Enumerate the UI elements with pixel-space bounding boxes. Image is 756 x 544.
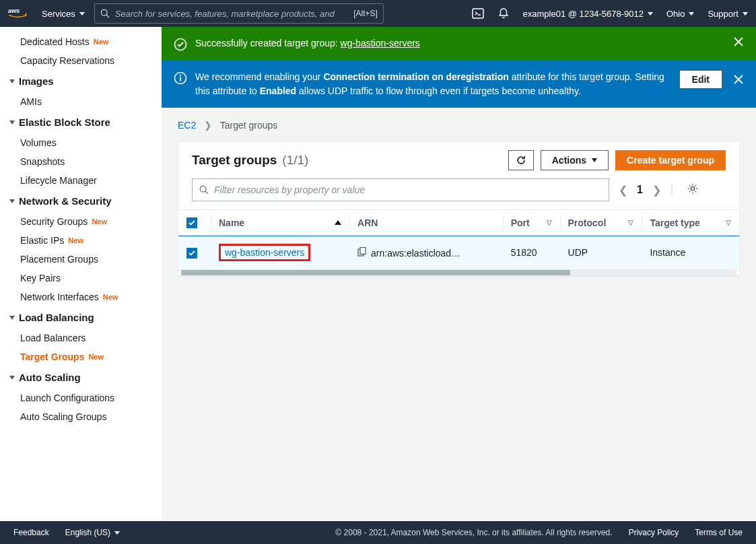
section-images[interactable]: Images [0, 70, 162, 92]
feedback-link[interactable]: Feedback [13, 528, 49, 537]
support-menu[interactable]: Support [708, 9, 748, 19]
nav-target-groups[interactable]: Target GroupsNew [0, 347, 162, 366]
nav-network-interfaces[interactable]: Network InterfacesNew [0, 287, 162, 306]
support-label: Support [708, 9, 738, 19]
account-menu[interactable]: example01 @ 1234-5678-9012 [523, 9, 653, 19]
search-input[interactable] [115, 9, 348, 19]
nav-label: Launch Configurations [20, 393, 114, 403]
col-label: Target type [650, 217, 699, 228]
new-badge: New [88, 353, 104, 361]
breadcrumb-current: Target groups [220, 120, 278, 131]
section-network-security[interactable]: Network & Security [0, 190, 162, 212]
nav-volumes[interactable]: Volumes [0, 133, 162, 152]
filter-input[interactable] [214, 184, 602, 195]
svg-text:aws: aws [8, 7, 20, 14]
nav-dedicated-hosts[interactable]: Dedicated HostsNew [0, 32, 162, 51]
services-menu[interactable]: Services [42, 9, 85, 19]
new-badge: New [103, 293, 118, 301]
cell-target-type: Instance [642, 236, 739, 270]
footer: Feedback English (US) © 2008 - 2021, Ama… [0, 521, 756, 544]
sidebar: Dedicated HostsNew Capacity Reservations… [0, 27, 162, 521]
topbar: aws Services [Alt+S] example01 @ 1234-56… [0, 0, 756, 27]
target-groups-table: Name ARN Port▽ Protocol▽ Target type▽ wg… [178, 209, 739, 270]
pagination: ❮ 1 ❯ | [619, 182, 699, 197]
svg-point-1 [101, 9, 107, 15]
content-area: Successfully created target group: wg-ba… [162, 27, 756, 521]
svg-point-6 [180, 75, 181, 76]
nav-load-balancers[interactable]: Load Balancers [0, 329, 162, 347]
close-icon[interactable] [733, 74, 744, 85]
nav-amis[interactable]: AMIs [0, 92, 162, 111]
select-all-checkbox[interactable] [186, 217, 197, 228]
target-group-link[interactable]: wg-bastion-servers [225, 247, 304, 258]
aws-logo[interactable]: aws [8, 6, 32, 21]
nav-label: Capacity Reservations [20, 55, 114, 66]
global-search[interactable]: [Alt+S] [94, 3, 384, 24]
filter-input-wrap[interactable] [192, 178, 609, 201]
breadcrumb-root[interactable]: EC2 [178, 120, 196, 131]
sort-icon: ▽ [628, 219, 633, 226]
section-load-balancing[interactable]: Load Balancing [0, 306, 162, 329]
next-page-button[interactable]: ❯ [652, 184, 661, 197]
nav-snapshots[interactable]: Snapshots [0, 152, 162, 171]
section-title: Images [19, 75, 54, 87]
col-target-type[interactable]: Target type▽ [642, 210, 739, 236]
col-name[interactable]: Name [211, 210, 349, 236]
nav-label: AMIs [20, 96, 42, 107]
nav-label: Target Groups [20, 351, 84, 362]
nav-launch-configurations[interactable]: Launch Configurations [0, 388, 162, 407]
svg-rect-7 [180, 77, 181, 81]
col-port[interactable]: Port▽ [503, 210, 560, 236]
section-auto-scaling[interactable]: Auto Scaling [0, 366, 162, 388]
col-arn[interactable]: ARN [349, 210, 503, 236]
success-text: Successfully created target group: [195, 38, 341, 48]
actions-button[interactable]: Actions [541, 150, 609, 170]
section-title: Auto Scaling [19, 372, 81, 383]
services-label: Services [42, 9, 75, 19]
col-protocol[interactable]: Protocol▽ [560, 210, 642, 236]
chevron-right-icon: ❯ [204, 120, 212, 131]
terms-link[interactable]: Terms of Use [695, 528, 743, 537]
privacy-link[interactable]: Privacy Policy [629, 528, 679, 537]
horizontal-scrollbar[interactable] [181, 270, 736, 275]
notifications-icon[interactable] [497, 7, 510, 20]
nav-capacity-reservations[interactable]: Capacity Reservations [0, 51, 162, 70]
refresh-button[interactable] [508, 150, 534, 170]
cloudshell-icon[interactable] [472, 7, 484, 20]
search-icon [100, 9, 110, 18]
nav-key-pairs[interactable]: Key Pairs [0, 269, 162, 287]
region-menu[interactable]: Ohio [666, 9, 694, 19]
copyright: © 2008 - 2021, Amazon Web Services, Inc.… [335, 528, 612, 537]
copy-icon[interactable] [357, 248, 367, 259]
prev-page-button[interactable]: ❮ [619, 184, 627, 197]
cell-protocol: UDP [560, 236, 642, 270]
nav-label: Load Balancers [20, 333, 85, 343]
caret-down-icon [648, 12, 653, 15]
search-hint: [Alt+S] [353, 9, 378, 18]
nav-label: Dedicated Hosts [20, 36, 90, 47]
svg-point-8 [200, 186, 206, 192]
check-circle-icon [174, 38, 187, 51]
info-t3: allows UDP traffic to flow through even … [296, 86, 581, 96]
section-ebs[interactable]: Elastic Block Store [0, 111, 162, 133]
nav-placement-groups[interactable]: Placement Groups [0, 250, 162, 269]
nav-label: Security Groups [20, 216, 88, 227]
caret-down-icon [743, 12, 748, 15]
settings-button[interactable] [687, 182, 699, 197]
edit-button[interactable]: Edit [679, 70, 722, 89]
nav-security-groups[interactable]: Security GroupsNew [0, 212, 162, 231]
close-icon[interactable] [733, 36, 744, 47]
nav-auto-scaling-groups[interactable]: Auto Scaling Groups [0, 407, 162, 426]
row-checkbox[interactable] [186, 248, 197, 259]
create-target-group-button[interactable]: Create target group [615, 150, 726, 170]
highlight-box: wg-bastion-servers [219, 244, 310, 261]
nav-elastic-ips[interactable]: Elastic IPsNew [0, 231, 162, 250]
target-groups-panel: Target groups (1/1) Actions Create targe… [178, 141, 740, 276]
svg-line-2 [106, 15, 109, 18]
nav-lifecycle-manager[interactable]: Lifecycle Manager [0, 171, 162, 190]
table-row[interactable]: wg-bastion-servers arn:aws:elasticload… … [178, 236, 739, 270]
language-menu[interactable]: English (US) [65, 528, 120, 537]
account-label: example01 @ 1234-5678-9012 [523, 9, 644, 19]
breadcrumb: EC2 ❯ Target groups [178, 120, 740, 131]
success-link[interactable]: wg-bastion-servers [341, 38, 420, 48]
